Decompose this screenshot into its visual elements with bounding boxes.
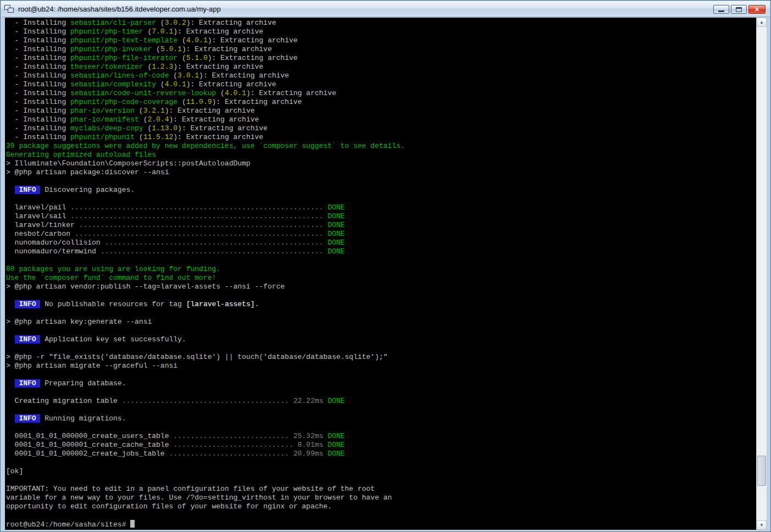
scrollbar-track[interactable]	[757, 27, 767, 520]
terminal-text: (	[143, 124, 152, 132]
terminal-text: 4.0.1	[225, 89, 246, 97]
terminal-line	[6, 195, 757, 203]
terminal-line: - Installing sebastian/complexity (4.0.1…	[6, 80, 757, 89]
info-badge: INFO	[15, 379, 41, 387]
terminal-text: ........................................…	[101, 247, 324, 256]
terminal-text: phpunit/php-timer	[70, 27, 143, 36]
terminal-text: (	[156, 19, 165, 27]
terminal-text: 4.0.1	[165, 80, 186, 88]
terminal-line: Creating migration table ...............…	[6, 397, 757, 406]
terminal-text: nesbot/carbon	[6, 230, 75, 238]
terminal-text: (	[135, 133, 143, 141]
terminal-text: Use the `composer fund` command to find …	[6, 274, 216, 282]
terminal-line: variable for a new way to your files. Us…	[6, 494, 757, 502]
terminal-text	[323, 432, 328, 440]
terminal-line: root@ub24:/home/sasha/sites#	[6, 520, 757, 529]
terminal-line: > @php artisan vendor:publish --tag=lara…	[6, 282, 757, 291]
maximize-button[interactable]	[731, 5, 747, 14]
terminal-text	[323, 450, 328, 458]
terminal-text: phpunit/php-text-template	[70, 36, 178, 45]
terminal-text: variable for a new way to your files. Us…	[6, 494, 392, 502]
info-badge: INFO	[15, 186, 41, 194]
terminal-text	[6, 414, 15, 423]
scroll-up-button[interactable]: ▲	[757, 18, 767, 27]
terminal-text: Preparing database.	[40, 379, 126, 387]
terminal-line: laravel/sail ...........................…	[6, 212, 757, 221]
terminal-text: 80 packages you are using are looking fo…	[6, 265, 220, 273]
terminal-text: 22.22ms	[289, 397, 323, 405]
terminal-text: 39 package suggestions were added by new…	[6, 142, 405, 150]
terminal-text: ........................................…	[79, 221, 324, 229]
terminal-line	[6, 326, 757, 335]
terminal-text	[323, 441, 328, 449]
terminal-line: [ok]	[6, 467, 757, 476]
terminal-text: IMPORTANT: You need to edit in a panel c…	[6, 485, 375, 493]
terminal-text: 8.01ms	[293, 441, 324, 449]
terminal-text: DONE	[328, 397, 345, 405]
terminal-text: > @php artisan migrate --graceful --ansi	[6, 362, 178, 370]
terminal-text: ........................................…	[70, 203, 323, 212]
terminal-text: 2.0.4	[147, 115, 169, 124]
terminal-text: 0001_01_01_000000_create_users_table	[6, 432, 173, 440]
terminal-text: ): Extracting archive	[208, 36, 298, 45]
terminal-line	[6, 309, 757, 318]
terminal-text: DONE	[328, 221, 345, 229]
terminal-line: INFO No publishable resources for tag [l…	[6, 300, 757, 309]
terminal-text: ): Extracting archive	[182, 45, 272, 53]
terminal-text: ........................................…	[104, 239, 323, 247]
terminal-text: (	[143, 63, 152, 71]
terminal-text: (	[135, 107, 143, 115]
terminal-output[interactable]: - Installing sebastian/cli-parser (3.0.2…	[5, 18, 757, 530]
terminal-text: sebastian/complexity	[70, 80, 156, 88]
terminal-line: INFO Preparing database.	[6, 379, 757, 388]
terminal-text: sebastian/lines-of-code	[70, 71, 169, 80]
terminal-text: ): Extracting archive	[165, 107, 255, 115]
terminal-line	[6, 476, 757, 485]
terminal-text: phpunit/php-code-coverage	[70, 98, 178, 106]
terminal-text: ............................	[173, 441, 293, 449]
terminal-text: Discovering packages.	[40, 186, 135, 194]
terminal-text: (	[169, 71, 178, 80]
scroll-up-icon: ▲	[759, 20, 764, 25]
terminal-text: (	[178, 36, 186, 45]
terminal-text: (	[152, 45, 160, 53]
terminal-text: laravel/tinker	[6, 221, 79, 229]
terminal-text: ): Extracting archive	[212, 98, 302, 106]
terminal-line: - Installing phpunit/php-invoker (5.0.1)…	[6, 45, 757, 54]
terminal-text: theseer/tokenizer	[70, 63, 143, 71]
terminal-text: sebastian/code-unit-reverse-lookup	[70, 89, 216, 97]
terminal-text: - Installing	[6, 54, 70, 62]
terminal-line: Use the `composer fund` command to find …	[6, 274, 757, 282]
terminal-text: - Installing	[6, 107, 70, 115]
terminal-text: 3.0.2	[165, 19, 186, 27]
terminal-line: 39 package suggestions were added by new…	[6, 142, 757, 151]
info-badge: INFO	[15, 300, 41, 308]
terminal-text: DONE	[328, 230, 345, 238]
terminal-line	[6, 291, 757, 300]
minimize-button[interactable]	[713, 5, 729, 14]
terminal-text: nunomaduro/collision	[6, 239, 104, 247]
terminal-text: > @php artisan package:discover --ansi	[6, 168, 169, 176]
scroll-down-button[interactable]: ▼	[757, 520, 767, 530]
terminal-text: - Installing	[6, 27, 70, 36]
title-bar[interactable]: root@ub24: /home/sasha/sites/b156.itdeve…	[1, 1, 770, 17]
terminal-line	[6, 177, 757, 186]
terminal-line	[6, 370, 757, 379]
scroll-down-icon: ▼	[759, 523, 764, 528]
terminal-line: nunomaduro/termwind ....................…	[6, 247, 757, 256]
terminal-line: 80 packages you are using are looking fo…	[6, 265, 757, 274]
terminal-text: phpunit/phpunit	[70, 133, 135, 141]
terminal-line: INFO Running migrations.	[6, 414, 757, 423]
terminal-text: ........................................…	[70, 212, 323, 220]
terminal-text: DONE	[328, 239, 345, 247]
maximize-icon	[736, 7, 742, 12]
terminal-line: 0001_01_01_000000_create_users_table ...…	[6, 432, 757, 441]
terminal-text: DONE	[328, 203, 345, 212]
terminal-text: 1.13.0	[152, 124, 178, 132]
terminal-text: 0001_01_01_000001_create_cache_table	[6, 441, 173, 449]
close-button[interactable]: ×	[748, 5, 766, 14]
terminal-line: - Installing myclabs/deep-copy (1.13.0):…	[6, 124, 757, 133]
terminal-text: [laravel-assets]	[186, 300, 255, 308]
scrollbar-thumb[interactable]	[757, 456, 766, 486]
terminal-text: (	[139, 115, 148, 124]
